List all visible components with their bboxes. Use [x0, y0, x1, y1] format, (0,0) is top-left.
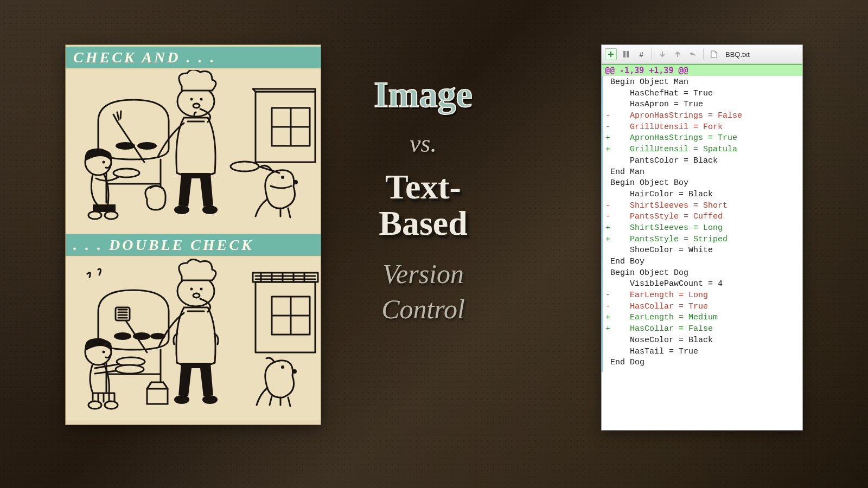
undo-icon[interactable] [687, 48, 699, 60]
diff-line: - HasCollar = True [603, 301, 802, 313]
diff-line: - ShirtSleeves = Short [603, 201, 802, 212]
comic-strip: CHECK AND . . . [65, 44, 321, 425]
diff-line: - ApronHasStrings = False [603, 111, 802, 122]
svg-point-33 [105, 401, 118, 409]
diff-line: + ApronHasStrings = True [603, 133, 802, 144]
arrow-down-icon[interactable] [656, 48, 668, 60]
comic-panel-1 [66, 70, 321, 233]
comic-band-top: CHECK AND . . . [66, 45, 321, 70]
svg-point-6 [174, 206, 189, 214]
svg-point-4 [200, 98, 203, 101]
diff-line: - PantsStyle = Cuffed [603, 211, 802, 223]
svg-point-29 [103, 351, 105, 354]
toolbar-separator [652, 49, 652, 60]
svg-point-1 [137, 142, 157, 150]
file-icon [708, 48, 720, 60]
svg-point-21 [190, 288, 193, 291]
diff-line: End Boy [603, 256, 802, 268]
svg-point-3 [190, 98, 193, 101]
diff-hunk-header: @@ -1,39 +1,39 @@ [602, 65, 802, 76]
diff-line: End Dog [603, 357, 802, 369]
diff-line: + ShirtSleeves = Long [603, 223, 802, 234]
title-version-control: VersionControl [342, 256, 505, 327]
svg-point-24 [174, 395, 189, 404]
svg-point-31 [116, 365, 144, 374]
svg-point-8 [281, 176, 284, 179]
svg-point-22 [200, 288, 203, 291]
svg-point-32 [88, 401, 101, 409]
svg-point-14 [88, 211, 101, 219]
title-image: Image [342, 76, 505, 113]
svg-point-7 [202, 206, 218, 214]
svg-point-13 [113, 169, 139, 177]
add-icon[interactable] [605, 48, 617, 60]
diff-line: VisiblePawCount = 4 [603, 279, 802, 290]
diff-line: Begin Object Dog [603, 268, 802, 279]
arrow-up-icon[interactable] [672, 48, 684, 60]
diff-line: HasApron = True [603, 99, 802, 111]
diff-line: Begin Object Man [603, 77, 802, 88]
svg-point-25 [202, 395, 218, 404]
diff-code: Begin Object Man HasChefHat = True HasAp… [602, 76, 802, 372]
svg-point-27 [292, 369, 297, 374]
toolbar-separator [703, 49, 704, 60]
svg-rect-34 [623, 51, 626, 57]
diff-line: PantsColor = Black [603, 156, 802, 167]
svg-point-15 [105, 211, 118, 219]
svg-point-9 [293, 180, 298, 184]
title-text-based: Text-Based [342, 169, 505, 241]
svg-point-12 [103, 161, 105, 164]
comic-panel-2 [66, 258, 321, 420]
slide-title-block: Image vs. Text-Based VersionControl [342, 65, 505, 327]
diff-line: + HasCollar = False [603, 324, 802, 335]
title-vs: vs. [342, 129, 505, 158]
hash-icon[interactable]: # [635, 48, 647, 60]
diff-toolbar: # BBQ.txt [602, 45, 802, 64]
diff-line: ShoeColor = White [603, 245, 802, 256]
diff-window: # BBQ.txt @@ -1,39 +1,39 @@ Begin Object… [601, 44, 803, 431]
diff-line: - EarLength = Long [603, 290, 802, 301]
diff-line: NoseColor = Black [603, 335, 802, 346]
diff-line: + EarLength = Medium [603, 312, 802, 324]
diff-body: @@ -1,39 +1,39 @@ Begin Object Man HasCh… [602, 64, 802, 432]
diff-line: + GrillUtensil = Spatula [603, 144, 802, 156]
diff-filename: BBQ.txt [725, 50, 750, 59]
column-icon[interactable] [620, 48, 632, 60]
diff-line: Begin Object Boy [603, 178, 802, 189]
comic-band-bottom: . . . DOUBLE CHECK [66, 233, 321, 258]
svg-point-16 [114, 332, 131, 340]
diff-line: HasTail = True [603, 346, 802, 358]
diff-line: HasChefHat = True [603, 88, 802, 100]
diff-line: HairColor = Black [603, 189, 802, 201]
diff-line: + PantsStyle = Striped [603, 234, 802, 246]
svg-rect-35 [627, 51, 629, 57]
diff-line: - GrillUtensil = Fork [603, 122, 802, 133]
svg-point-26 [281, 365, 284, 369]
svg-point-10 [231, 162, 259, 171]
diff-line: End Man [603, 167, 802, 178]
